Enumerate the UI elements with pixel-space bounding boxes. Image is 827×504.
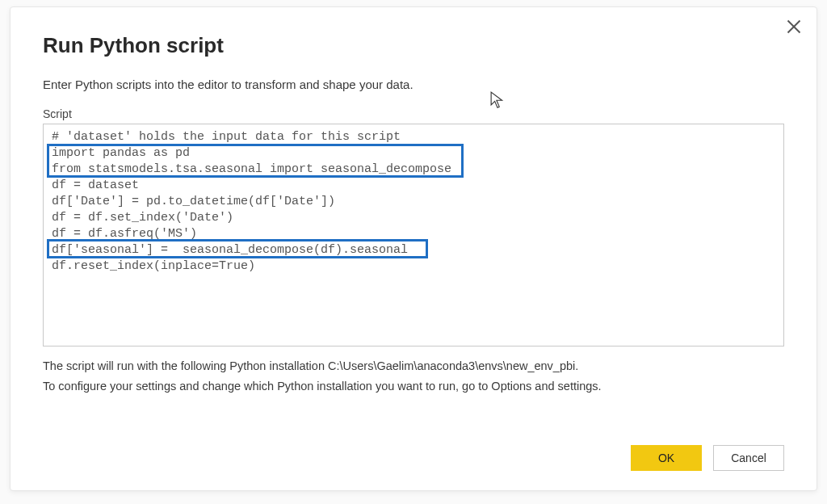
ok-button[interactable]: OK xyxy=(631,445,702,471)
script-line: df = df.set_index('Date') xyxy=(52,210,775,226)
script-line: df.reset_index(inplace=True) xyxy=(52,258,775,275)
script-input[interactable]: # 'dataset' holds the input data for thi… xyxy=(43,124,784,346)
cursor-icon xyxy=(490,91,505,109)
script-line: # 'dataset' holds the input data for thi… xyxy=(52,129,775,145)
script-line: from statsmodels.tsa.seasonal import sea… xyxy=(52,162,775,178)
script-line: df['Date'] = pd.to_datetime(df['Date']) xyxy=(52,194,775,210)
info-line: To configure your settings and change wh… xyxy=(43,376,784,397)
dialog-subtitle: Enter Python scripts into the editor to … xyxy=(43,78,784,91)
installation-info: The script will run with the following P… xyxy=(43,356,784,396)
script-field-label: Script xyxy=(43,107,784,120)
script-line: import pandas as pd xyxy=(52,145,775,162)
script-line: df['seasonal'] = seasonal_decompose(df).… xyxy=(52,242,775,258)
dialog-title: Run Python script xyxy=(43,33,784,58)
script-line: df = df.asfreq('MS') xyxy=(52,226,775,242)
dialog-button-row: OK Cancel xyxy=(631,445,784,471)
script-line: df = dataset xyxy=(52,178,775,194)
info-line: The script will run with the following P… xyxy=(43,356,784,376)
close-icon[interactable] xyxy=(786,19,802,35)
run-python-script-dialog: Run Python script Enter Python scripts i… xyxy=(10,6,817,491)
cancel-button[interactable]: Cancel xyxy=(713,445,784,471)
